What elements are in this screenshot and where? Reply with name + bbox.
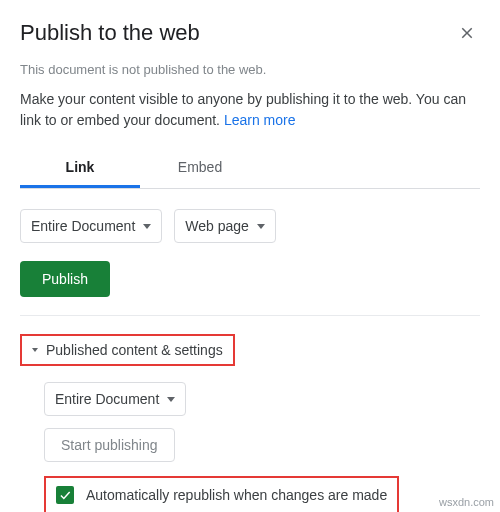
published-settings-label: Published content & settings <box>46 342 223 358</box>
tab-row: Link Embed <box>20 149 480 189</box>
format-select[interactable]: Web page <box>174 209 276 243</box>
auto-republish-checkbox[interactable] <box>56 486 74 504</box>
tab-embed[interactable]: Embed <box>140 149 260 188</box>
options-row: Entire Document Web page <box>20 209 480 243</box>
publish-button[interactable]: Publish <box>20 261 110 297</box>
auto-republish-label: Automatically republish when changes are… <box>86 487 387 503</box>
dialog-description: Make your content visible to anyone by p… <box>20 89 480 131</box>
watermark: wsxdn.com <box>439 496 494 508</box>
scope2-select-label: Entire Document <box>55 391 159 407</box>
chevron-down-icon <box>143 224 151 229</box>
chevron-down-icon <box>167 397 175 402</box>
dialog-header: Publish to the web <box>20 20 480 50</box>
close-button[interactable] <box>454 20 480 50</box>
scope-select[interactable]: Entire Document <box>20 209 162 243</box>
tab-link[interactable]: Link <box>20 149 140 188</box>
chevron-down-icon <box>32 348 38 352</box>
chevron-down-icon <box>257 224 265 229</box>
close-icon <box>458 24 476 42</box>
start-publishing-button[interactable]: Start publishing <box>44 428 175 462</box>
format-select-label: Web page <box>185 218 249 234</box>
check-icon <box>58 488 72 502</box>
divider <box>20 315 480 316</box>
published-settings-panel: Entire Document Start publishing Automat… <box>20 382 480 512</box>
scope-select-label: Entire Document <box>31 218 135 234</box>
learn-more-link[interactable]: Learn more <box>224 112 296 128</box>
published-settings-toggle[interactable]: Published content & settings <box>20 334 235 366</box>
auto-republish-row[interactable]: Automatically republish when changes are… <box>44 476 399 512</box>
dialog-subtitle: This document is not published to the we… <box>20 62 480 77</box>
scope2-select[interactable]: Entire Document <box>44 382 186 416</box>
publish-dialog: Publish to the web This document is not … <box>0 0 500 512</box>
dialog-title: Publish to the web <box>20 20 200 46</box>
